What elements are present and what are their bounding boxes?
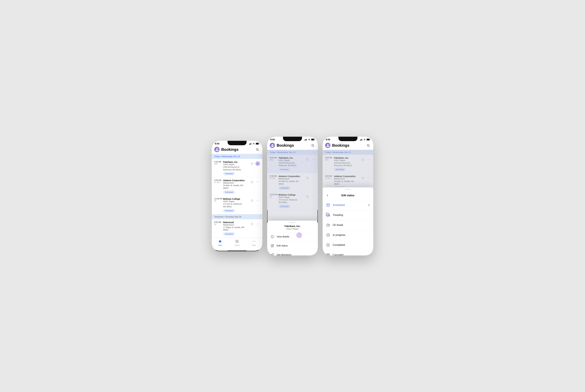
nav-more-label-1: More (252, 244, 256, 246)
home-bar-1 (228, 250, 247, 251)
status-icons-3 (360, 138, 370, 140)
back-button[interactable] (325, 193, 330, 198)
status-time-1: 8:05 (215, 142, 219, 145)
battery-icon-2 (311, 138, 315, 140)
get-directions-item[interactable]: Get directions (267, 250, 318, 256)
status-icons-2 (305, 138, 315, 140)
traveling-label: Traveling (333, 214, 370, 216)
wifi-icon (252, 143, 255, 144)
booking-item-relecloud-1[interactable]: 8:00 AM 2h Relecloud Maintenance 17 Mapl… (212, 219, 262, 238)
svg-point-10 (257, 163, 258, 164)
svg-rect-56 (361, 140, 361, 140)
booking-item-adatum-1[interactable]: 9:30 AM 2h 15m Adatum Corporation Mainte… (212, 177, 262, 196)
status-option-traveling[interactable]: Traveling (323, 210, 373, 220)
bookmark-icon-4[interactable] (250, 222, 254, 226)
edit-status-label: Edit status (277, 244, 288, 247)
bookmark-icon-3[interactable] (250, 198, 254, 203)
status-option-onbreak[interactable]: On break (323, 220, 373, 230)
booking-time-1: 8:30 AM 30m (214, 161, 223, 165)
library-nav-icon-1 (235, 240, 239, 244)
search-button-1[interactable] (255, 147, 260, 152)
app-title-3: Bookings (332, 143, 366, 148)
bookmark-icon-2[interactable] (250, 180, 254, 184)
svg-rect-1 (250, 144, 250, 144)
booking-item-fabrikam-1[interactable]: 8:30 AM 30m Fabrikam, Inc. HVAC Repair 2… (212, 159, 262, 178)
x-circle-icon (326, 252, 331, 256)
svg-rect-2 (251, 143, 251, 144)
svg-rect-25 (237, 240, 238, 241)
avatar-1[interactable] (214, 147, 220, 152)
date-header-tomorrow-1: Tomorrow • Thursday, Nov 16 (212, 214, 262, 219)
more-icon-4[interactable] (255, 222, 260, 226)
view-details-item[interactable]: View details (267, 232, 318, 241)
svg-rect-3 (251, 143, 252, 144)
notch-3 (338, 137, 357, 141)
nav-library-label-1: Library (235, 244, 240, 246)
status-icons-1 (249, 143, 259, 144)
avatar-3[interactable] (325, 143, 331, 148)
edit-icon (270, 244, 274, 248)
completed-label: Completed (333, 244, 370, 246)
svg-marker-80 (329, 214, 330, 216)
status-bar-1: 8:05 (212, 141, 262, 146)
svg-rect-24 (236, 240, 237, 241)
check-icon: ✓ (368, 203, 370, 207)
more-icon-3[interactable] (255, 198, 260, 203)
svg-rect-0 (249, 144, 250, 144)
search-button-3[interactable] (366, 143, 371, 148)
svg-marker-12 (251, 181, 253, 183)
directions-icon (270, 252, 274, 256)
bookmark-icon-1[interactable] (250, 162, 254, 166)
svg-point-37 (312, 144, 314, 146)
app-title-1: Bookings (221, 147, 255, 152)
avatar-2[interactable] (270, 143, 275, 148)
coffee-icon (326, 223, 331, 228)
nav-library-1[interactable]: Library (229, 239, 246, 247)
dim-overlay-2 (267, 150, 318, 221)
more-icon-2[interactable] (255, 180, 260, 184)
inprogress-label: In progress (333, 234, 370, 236)
nav-more-1[interactable]: More (245, 239, 262, 247)
nav-home-1[interactable]: Home (212, 239, 229, 247)
home-nav-icon-1 (218, 240, 222, 244)
search-button-2[interactable] (310, 143, 315, 148)
svg-point-13 (257, 182, 257, 182)
svg-line-7 (258, 150, 259, 151)
edit-status-item[interactable]: Edit status (267, 241, 318, 250)
svg-rect-32 (305, 140, 306, 140)
svg-point-61 (367, 144, 369, 146)
app-title-2: Bookings (277, 143, 310, 148)
check-circle-icon (326, 243, 331, 248)
svg-point-9 (257, 163, 257, 164)
signal-icon-2 (305, 138, 307, 140)
sheet-handle-3 (345, 189, 351, 190)
status-option-completed[interactable]: Completed (323, 240, 373, 250)
svg-rect-79 (327, 214, 329, 216)
canceled-label: Canceled (333, 254, 370, 256)
svg-rect-87 (327, 254, 328, 254)
booking-item-bellows-1[interactable]: 12:00 PM 2d Bellows College HVAC Repair … (212, 196, 262, 214)
status-option-inprogress[interactable]: In progress (323, 230, 373, 240)
svg-point-6 (256, 148, 258, 150)
status-time-2: 8:05 (270, 138, 275, 141)
date-header-today-1: Today • Wednesday, Nov 15 (212, 154, 262, 159)
signal-icon (249, 143, 252, 144)
svg-point-29 (254, 241, 254, 242)
status-bar-3: 8:05 (323, 137, 373, 142)
info-icon (270, 234, 274, 239)
status-badge-1: Scheduled (223, 172, 235, 175)
status-option-scheduled[interactable]: Scheduled ✓ (323, 200, 373, 210)
booking-details-relecloud-1: Relecloud Maintenance 17 Maple St, Seatt… (223, 221, 250, 236)
context-menu-sheet: Fabrikam, Inc. HVAC Repair View details … (267, 221, 318, 256)
svg-point-11 (258, 163, 259, 164)
status-badge-4: Scheduled (223, 232, 235, 236)
svg-rect-58 (362, 138, 363, 140)
status-option-canceled[interactable]: Canceled (323, 250, 373, 256)
booking-details-fabrikam-1: Fabrikam, Inc. HVAC Repair 2345 Birchwoo… (223, 161, 250, 175)
svg-rect-36 (312, 139, 314, 140)
sheet-handle-2 (290, 222, 295, 223)
more-icon-1[interactable] (255, 162, 260, 166)
svg-rect-34 (307, 138, 307, 140)
context-subtitle: HVAC Repair (267, 228, 318, 232)
phone-3: 8:05 Bookings Today • Wednesday, Nov 15 (323, 137, 373, 256)
